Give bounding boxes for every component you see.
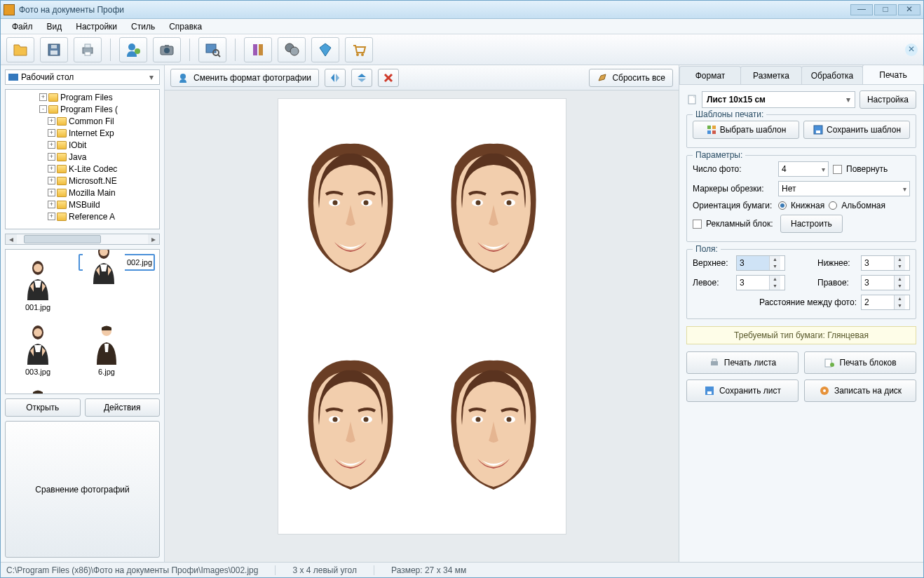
delete-button[interactable] <box>378 69 399 87</box>
desktop-icon <box>8 74 18 81</box>
drive-select[interactable]: Рабочий стол ▾ <box>5 69 160 85</box>
scroll-left-icon[interactable]: ◂ <box>6 234 17 244</box>
center-panel: Сменить формат фотографии Сбросить все <box>165 65 679 562</box>
tree-item[interactable]: +Internet Exp <box>6 127 159 139</box>
compare-button[interactable]: Сравнение фотографий <box>5 421 160 558</box>
menu-bar: Файл Вид Настройки Стиль Справка <box>1 19 923 34</box>
tree-item[interactable]: +Microsoft.NE <box>6 175 159 187</box>
tree-item[interactable]: +IObit <box>6 139 159 151</box>
svg-rect-27 <box>712 126 716 129</box>
menu-settings[interactable]: Настройки <box>70 20 123 33</box>
thumbnail-item[interactable]: 6.jpg <box>79 318 135 376</box>
menu-help[interactable]: Справка <box>163 20 208 33</box>
svg-rect-12 <box>85 52 90 55</box>
flip-horizontal-button[interactable] <box>325 69 346 87</box>
adblock-checkbox[interactable] <box>693 220 702 229</box>
tree-hscrollbar[interactable]: ◂ ▸ <box>5 234 160 245</box>
main-toolbar: ✕ <box>1 34 923 65</box>
svg-point-39 <box>823 389 826 392</box>
canvas-toolbar: Сменить формат фотографии Сбросить все <box>165 65 679 90</box>
tree-item[interactable]: +MSBuild <box>6 199 159 210</box>
photo-slot <box>285 323 416 527</box>
adblock-configure-button[interactable]: Настроить <box>780 215 843 233</box>
svg-rect-31 <box>816 130 820 133</box>
thumbnail-item[interactable]: 9.jpg <box>10 383 66 394</box>
orient-portrait-radio[interactable] <box>778 201 787 210</box>
choose-template-button[interactable]: Выбрать шаблон <box>693 121 799 139</box>
svg-point-13 <box>128 43 135 51</box>
open-folder-button[interactable] <box>6 37 34 62</box>
print-sheet-button[interactable]: Печать листа <box>686 351 799 374</box>
menu-file[interactable]: Файл <box>6 20 39 33</box>
flip-vertical-button[interactable] <box>351 69 372 87</box>
print-blocks-button[interactable]: Печать блоков <box>804 351 916 374</box>
save-button[interactable] <box>40 37 68 62</box>
maximize-button[interactable]: □ <box>874 4 897 15</box>
tab-markup[interactable]: Разметка <box>740 66 802 84</box>
person-button[interactable] <box>119 37 147 62</box>
status-size: Размер: 27 x 34 мм <box>391 565 466 575</box>
tree-item[interactable]: +Mozilla Main <box>6 187 159 199</box>
templates-group: Шаблоны печати: Выбрать шаблон Сохранить… <box>686 114 916 148</box>
collapse-toolbar-button[interactable]: ✕ <box>905 43 918 56</box>
svg-rect-37 <box>707 391 712 394</box>
svg-rect-32 <box>711 361 718 365</box>
margin-right-input[interactable]: ▲▼ <box>861 275 910 290</box>
svg-point-16 <box>164 48 170 53</box>
thumbnail-item[interactable]: 003.jpg <box>10 318 66 376</box>
actions-button[interactable]: Действия <box>85 398 161 417</box>
thumbnail-item[interactable]: 001.jpg <box>10 254 66 311</box>
save-sheet-button[interactable]: Сохранить лист <box>686 379 799 402</box>
menu-view[interactable]: Вид <box>41 20 68 33</box>
book-button[interactable] <box>244 37 272 62</box>
open-button[interactable]: Открыть <box>5 398 81 417</box>
orient-landscape-radio[interactable] <box>829 201 837 210</box>
thumbnail-item[interactable]: 002.jpg <box>79 254 155 271</box>
folder-tree[interactable]: +Program Files-Program Files (+Common Fi… <box>5 89 160 229</box>
tab-processing[interactable]: Обработка <box>801 66 863 84</box>
change-format-button[interactable]: Сменить формат фотографии <box>170 69 319 87</box>
burn-disk-button[interactable]: Записать на диск <box>804 379 916 402</box>
tree-item[interactable]: +Common Fil <box>6 115 159 127</box>
menu-style[interactable]: Стиль <box>125 20 161 33</box>
right-panel: Формат Разметка Обработка Печать Лист 10… <box>679 65 923 562</box>
diamond-button[interactable] <box>311 37 339 62</box>
scroll-right-icon[interactable]: ▸ <box>148 234 159 244</box>
chevron-down-icon: ▾ <box>846 95 850 105</box>
svg-rect-18 <box>206 44 216 53</box>
tree-item[interactable]: +Reference A <box>6 210 159 222</box>
window-title: Фото на документы Профи <box>19 5 850 15</box>
sheet-settings-button[interactable]: Настройка <box>860 90 916 109</box>
status-bar: C:\Program Files (x86)\Фото на документы… <box>1 562 923 577</box>
tree-item[interactable]: -Program Files ( <box>6 103 159 115</box>
photo-slot <box>428 106 559 310</box>
minimize-button[interactable]: — <box>850 4 873 15</box>
scroll-thumb[interactable] <box>24 235 101 243</box>
count-select[interactable]: 4▾ <box>778 161 829 177</box>
tab-format[interactable]: Формат <box>679 66 741 84</box>
crop-markers-select[interactable]: Нет▾ <box>778 181 910 196</box>
reset-all-button[interactable]: Сбросить все <box>589 69 673 87</box>
photo-gap-input[interactable]: ▲▼ <box>861 295 910 310</box>
sheet-size-select[interactable]: Лист 10х15 см ▾ <box>702 91 855 108</box>
film-button[interactable] <box>278 37 306 62</box>
frame-search-button[interactable] <box>198 37 226 62</box>
svg-rect-9 <box>51 45 57 48</box>
tab-print[interactable]: Печать <box>862 65 924 84</box>
margin-left-input[interactable]: ▲▼ <box>736 275 785 290</box>
svg-point-24 <box>180 74 186 79</box>
close-button[interactable]: ✕ <box>898 4 920 15</box>
tree-item[interactable]: +K-Lite Codec <box>6 163 159 175</box>
rotate-checkbox[interactable] <box>833 165 842 174</box>
margin-top-input[interactable]: ▲▼ <box>736 255 785 271</box>
camera-button[interactable] <box>153 37 181 62</box>
title-bar: Фото на документы Профи — □ ✕ <box>1 1 923 19</box>
tree-item[interactable]: +Program Files <box>6 91 159 103</box>
photo-slot <box>285 106 416 310</box>
thumbnail-list: 001.jpg002.jpg003.jpg6.jpg9.jpg <box>5 249 160 394</box>
cart-button[interactable] <box>345 37 373 62</box>
print-button[interactable] <box>74 37 102 62</box>
save-template-button[interactable]: Сохранить шаблон <box>803 121 910 139</box>
tree-item[interactable]: +Java <box>6 151 159 163</box>
margin-bottom-input[interactable]: ▲▼ <box>861 255 910 271</box>
